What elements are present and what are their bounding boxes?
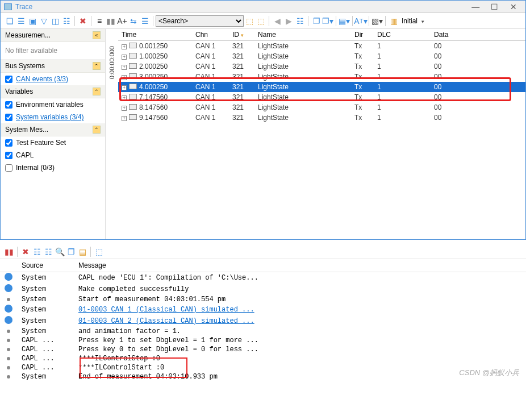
log-row[interactable]: CAPL ...Press key 1 to set DbgLevel = 1 … xyxy=(0,336,526,345)
log-row[interactable]: SystemMake completed successfully xyxy=(0,284,526,295)
close-button[interactable]: ✕ xyxy=(505,2,522,11)
trace-window: Trace — ☐ ✕ ❏ ☰ ▣ ▽ ◫ ☷ ✖ ≡ ▮▮ A+ ⇆ ☰ <S… xyxy=(0,0,526,240)
table-row[interactable]: +7.147560CAN 1321LightStateTx100 xyxy=(118,92,525,102)
capl-row[interactable]: CAPL xyxy=(1,149,105,161)
can-events-row[interactable]: CAN events (3/3) xyxy=(1,73,105,85)
toolbar-btn-5[interactable]: ◫ xyxy=(49,15,61,27)
search-input[interactable]: <Search> xyxy=(156,15,244,27)
toolbar-btn-8[interactable]: ≡ xyxy=(94,15,105,27)
log-panel: ▮▮ ✖ ☷ ☷ 🔍 ❐ ▤ ⬚ Source Message SystemCA… xyxy=(0,244,526,381)
search-prev-icon[interactable]: ⬚ xyxy=(244,15,255,27)
log-delete-icon[interactable]: ✖ xyxy=(20,246,31,257)
log-btn-8[interactable]: ⬚ xyxy=(93,246,105,257)
table-row[interactable]: +0.001250CAN 1321LightStateTx100 xyxy=(118,41,525,52)
window-icon xyxy=(4,3,12,10)
toggle-icon[interactable]: ⇆ xyxy=(128,15,139,27)
table-row[interactable]: +9.147560CAN 1321LightStateTx100 xyxy=(118,113,525,123)
columns-icon[interactable]: ▥ xyxy=(388,15,399,27)
log-row[interactable]: System01-0003 CAN 1 (Classical CAN) simu… xyxy=(0,304,526,315)
log-find-icon[interactable]: 🔍 xyxy=(54,246,65,257)
window-title: Trace xyxy=(15,3,467,11)
can-events-checkbox[interactable] xyxy=(5,76,12,83)
col-chn[interactable]: Chn xyxy=(192,29,229,41)
sys-var-checkbox[interactable] xyxy=(5,114,12,121)
internal-checkbox[interactable] xyxy=(5,164,12,172)
table-row[interactable]: +1.000250CAN 1321LightStateTx100 xyxy=(118,51,525,61)
sys-var-link[interactable]: System variables (3/4) xyxy=(16,113,84,121)
main-toolbar: ❏ ☰ ▣ ▽ ◫ ☷ ✖ ≡ ▮▮ A+ ⇆ ☰ <Search> ⬚ ⬚ ◀… xyxy=(1,13,525,29)
maximize-button[interactable]: ☐ xyxy=(486,2,503,11)
log-btn-7[interactable]: ▤ xyxy=(77,246,88,257)
measurement-section[interactable]: Measuremen...« xyxy=(1,29,105,42)
col-dir[interactable]: Dir xyxy=(351,29,374,41)
minimize-button[interactable]: — xyxy=(467,2,484,11)
log-row[interactable]: System01-0003 CAN 2 (Classical CAN) simu… xyxy=(0,315,526,327)
toolbar-btn-18[interactable]: ❐▾ xyxy=(322,15,333,27)
sys-mes-section[interactable]: System Mes...⌃ xyxy=(1,123,105,136)
log-table[interactable]: Source Message SystemCAPL node 'ECU 1': … xyxy=(0,259,526,381)
collapse-icon[interactable]: ⌃ xyxy=(93,62,101,70)
table-row[interactable]: +3.000250CAN 1321LightStateTx100 xyxy=(118,72,525,82)
can-events-link[interactable]: CAN events (3/3) xyxy=(16,75,68,83)
log-row[interactable]: CAPL ...Press key 0 to set DbgLevel = 0 … xyxy=(0,345,526,354)
log-row[interactable]: SystemStart of measurement 04:03:01.554 … xyxy=(0,295,526,304)
test-feature-row[interactable]: Test Feature Set xyxy=(1,136,105,149)
delete-icon[interactable]: ✖ xyxy=(77,15,89,27)
window-titlebar[interactable]: Trace — ☐ ✕ xyxy=(1,1,525,13)
env-var-row[interactable]: Environment variables xyxy=(1,98,105,111)
trace-grid[interactable]: Time Chn ID▾ Name Dir DLC Data +0.001250… xyxy=(118,29,525,239)
log-btn-4[interactable]: ☷ xyxy=(43,246,54,257)
env-var-checkbox[interactable] xyxy=(5,101,12,109)
toolbar-btn-6[interactable]: ☷ xyxy=(61,15,72,27)
col-name[interactable]: Name xyxy=(254,29,351,41)
watermark: CSDN @蚂蚁小兵 xyxy=(459,368,519,378)
log-col-source[interactable]: Source xyxy=(17,259,74,272)
log-col-message[interactable]: Message xyxy=(74,259,526,272)
filter-icon[interactable]: ▽ xyxy=(38,15,49,27)
collapse-icon-2[interactable]: ⌃ xyxy=(93,88,101,95)
collapse-icon-3[interactable]: ⌃ xyxy=(93,126,101,134)
nav-fwd-icon[interactable]: ▶ xyxy=(283,15,294,27)
table-row[interactable]: +4.000250CAN 1321LightStateTx100 xyxy=(118,82,525,92)
log-toolbar: ▮▮ ✖ ☷ ☷ 🔍 ❐ ▤ ⬚ xyxy=(0,244,526,259)
test-feature-checkbox[interactable] xyxy=(5,139,12,147)
log-pause-icon[interactable]: ▮▮ xyxy=(3,246,15,257)
col-data[interactable]: Data xyxy=(431,29,525,41)
log-row[interactable]: SystemEnd of measurement 04:03:10.933 pm xyxy=(0,372,526,381)
toolbar-btn-3[interactable]: ▣ xyxy=(27,15,38,27)
time-axis: 0:00:00:000 xyxy=(106,29,118,239)
toolbar-btn-12[interactable]: ☰ xyxy=(139,15,151,27)
variables-section[interactable]: Variables⌃ xyxy=(1,85,105,98)
toolbar-btn-19[interactable]: ▤▾ xyxy=(339,15,350,27)
col-time[interactable]: Time xyxy=(118,29,192,41)
pin-icon[interactable]: « xyxy=(93,31,101,39)
initial-dropdown[interactable]: Initial ▼ xyxy=(402,17,425,25)
sys-var-row[interactable]: System variables (3/4) xyxy=(1,111,105,123)
no-filter-label: No filter available xyxy=(1,42,105,60)
sidebar: Measuremen...« No filter available Bus S… xyxy=(1,29,106,239)
toolbar-btn-2[interactable]: ☰ xyxy=(15,15,27,27)
font-icon[interactable]: AT▾ xyxy=(355,15,366,27)
log-copy-icon[interactable]: ❐ xyxy=(65,246,77,257)
log-row[interactable]: System and animation factor = 1. xyxy=(0,327,526,336)
search-next-icon[interactable]: ⬚ xyxy=(255,15,266,27)
table-row[interactable]: +2.000250CAN 1321LightStateTx100 xyxy=(118,61,525,72)
bus-systems-section[interactable]: Bus Systems⌃ xyxy=(1,60,105,73)
col-id[interactable]: ID▾ xyxy=(229,29,254,41)
pause-icon[interactable]: ▮▮ xyxy=(105,15,116,27)
toolbar-btn-10[interactable]: A+ xyxy=(116,15,128,27)
log-btn-3[interactable]: ☷ xyxy=(31,246,43,257)
capl-checkbox[interactable] xyxy=(5,152,12,159)
table-row[interactable]: +8.147560CAN 1321LightStateTx100 xyxy=(118,102,525,113)
nav-back-icon[interactable]: ◀ xyxy=(272,15,283,27)
toolbar-btn-16[interactable]: ☷ xyxy=(294,15,306,27)
col-dlc[interactable]: DLC xyxy=(374,29,431,41)
log-row[interactable]: CAPL ...****ILControlStart :0 xyxy=(0,363,526,372)
color-icon[interactable]: ▧▾ xyxy=(371,15,383,27)
log-row[interactable]: SystemCAPL node 'ECU 1': Compilation of … xyxy=(0,272,526,284)
toolbar-btn-17[interactable]: ❐ xyxy=(311,15,322,27)
internal-row[interactable]: Internal (0/3) xyxy=(1,161,105,174)
log-row[interactable]: CAPL ...****ILControlStop :0 xyxy=(0,354,526,363)
toolbar-btn-1[interactable]: ❏ xyxy=(4,15,15,27)
